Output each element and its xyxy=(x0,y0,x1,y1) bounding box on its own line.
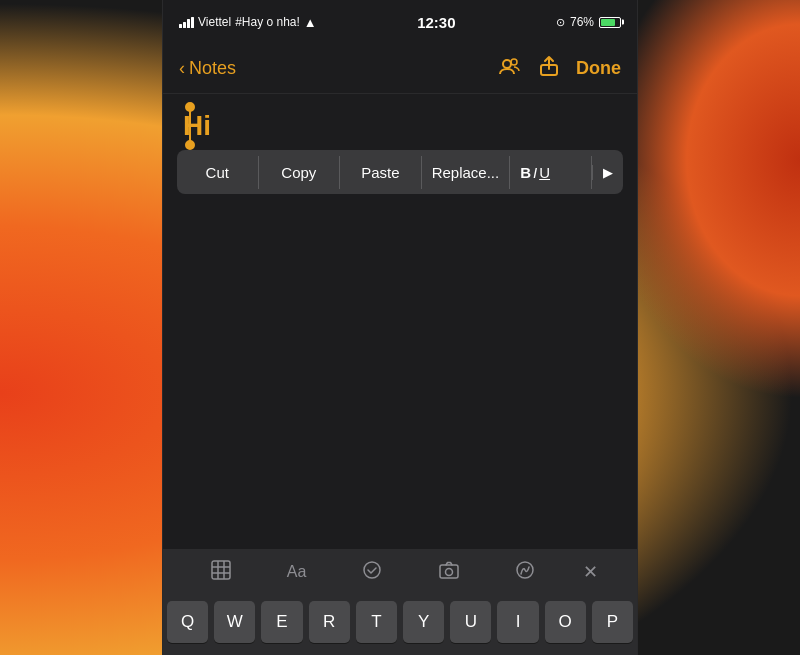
back-label: Notes xyxy=(189,58,236,79)
copy-button[interactable]: Copy xyxy=(259,156,341,189)
text-selection: Hi xyxy=(183,110,211,142)
italic-label: I xyxy=(533,164,537,181)
key-I[interactable]: I xyxy=(497,601,538,643)
underline-label: U xyxy=(539,164,550,181)
note-text: Hi xyxy=(183,110,211,142)
network-text: #Hay o nha! xyxy=(235,15,300,29)
status-right: ⊙ 76% xyxy=(556,15,621,29)
status-left: Viettel #Hay o nha! ▲ xyxy=(179,15,317,30)
more-button[interactable]: ▶ xyxy=(592,165,623,180)
key-O[interactable]: O xyxy=(545,601,586,643)
battery-icon xyxy=(599,17,621,28)
key-W[interactable]: W xyxy=(214,601,255,643)
keyboard: Q W E R T Y U I O P xyxy=(163,595,637,655)
wifi-icon: ▲ xyxy=(304,15,317,30)
format-icon[interactable]: Aa xyxy=(279,555,315,589)
done-button[interactable]: Done xyxy=(576,58,621,79)
svg-point-1 xyxy=(511,59,517,65)
key-Y[interactable]: Y xyxy=(403,601,444,643)
handwriting-icon[interactable] xyxy=(506,551,544,594)
location-icon: ⊙ xyxy=(556,16,565,29)
share-icon[interactable] xyxy=(538,55,560,82)
keyboard-row-1: Q W E R T Y U I O P xyxy=(167,601,633,643)
key-R[interactable]: R xyxy=(309,601,350,643)
cursor-line xyxy=(189,110,191,142)
key-Q[interactable]: Q xyxy=(167,601,208,643)
back-button[interactable]: ‹ Notes xyxy=(179,58,236,79)
nav-bar: ‹ Notes Done xyxy=(163,44,637,94)
cursor-handle-bottom xyxy=(185,140,195,150)
back-chevron-icon: ‹ xyxy=(179,58,185,79)
context-menu: Cut Copy Paste Replace... BIU ▶ xyxy=(177,150,623,194)
svg-point-0 xyxy=(503,60,511,68)
camera-icon[interactable] xyxy=(430,551,468,594)
status-bar: Viettel #Hay o nha! ▲ 12:30 ⊙ 76% xyxy=(163,0,637,44)
biu-button[interactable]: BIU xyxy=(510,156,592,189)
bold-label: B xyxy=(520,164,531,181)
nav-actions: Done xyxy=(498,54,621,83)
key-E[interactable]: E xyxy=(261,601,302,643)
keyboard-close-icon[interactable]: ✕ xyxy=(583,561,598,583)
time-display: 12:30 xyxy=(417,14,455,31)
key-P[interactable]: P xyxy=(592,601,633,643)
svg-rect-3 xyxy=(212,561,230,579)
note-area[interactable]: Hi Cut Copy Paste Replace... BIU ▶ xyxy=(163,94,637,549)
paste-button[interactable]: Paste xyxy=(340,156,422,189)
key-U[interactable]: U xyxy=(450,601,491,643)
cut-button[interactable]: Cut xyxy=(177,156,259,189)
replace-button[interactable]: Replace... xyxy=(422,156,511,189)
checklist-icon[interactable] xyxy=(353,551,391,594)
carrier-text: Viettel xyxy=(198,15,231,29)
key-T[interactable]: T xyxy=(356,601,397,643)
keyboard-toolbar: Aa ✕ xyxy=(163,549,637,595)
svg-point-8 xyxy=(364,562,380,578)
signal-icon xyxy=(179,17,194,28)
battery-percentage: 76% xyxy=(570,15,594,29)
svg-point-10 xyxy=(445,568,452,575)
table-icon[interactable] xyxy=(202,551,240,594)
collaborate-icon[interactable] xyxy=(498,54,522,83)
phone-screen: Viettel #Hay o nha! ▲ 12:30 ⊙ 76% ‹ Note… xyxy=(162,0,638,655)
